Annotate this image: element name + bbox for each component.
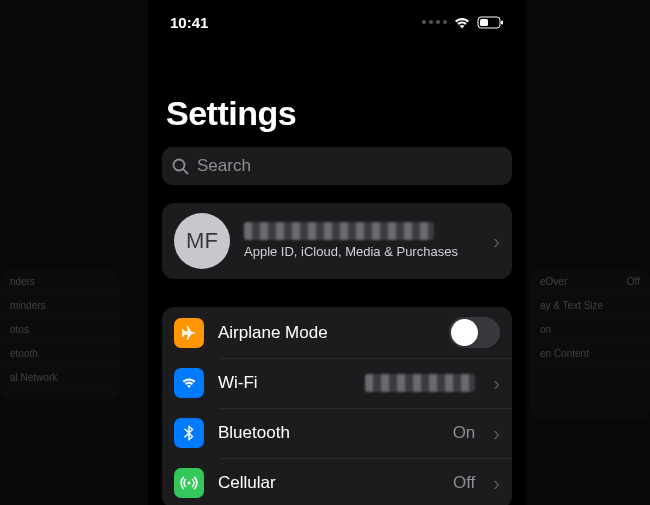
cellular-icon xyxy=(174,468,204,498)
row-airplane-mode[interactable]: Airplane Mode xyxy=(162,307,512,358)
profile-subtitle: Apple ID, iCloud, Media & Purchases xyxy=(244,244,475,260)
svg-point-5 xyxy=(187,481,190,484)
airplane-toggle[interactable] xyxy=(449,317,500,348)
status-time: 10:41 xyxy=(170,14,208,31)
wifi-value-redacted xyxy=(365,374,475,392)
search-field[interactable] xyxy=(162,147,512,185)
search-input[interactable] xyxy=(197,156,502,176)
chevron-right-icon: › xyxy=(493,472,500,495)
wifi-status-icon xyxy=(453,16,471,29)
settings-list: Airplane Mode Wi-Fi › Bluetooth xyxy=(162,307,512,505)
svg-rect-2 xyxy=(501,20,503,24)
avatar: MF xyxy=(174,213,230,269)
row-label: Airplane Mode xyxy=(218,323,328,343)
row-value: Off xyxy=(453,473,475,493)
wifi-icon xyxy=(174,368,204,398)
battery-status-icon xyxy=(477,16,504,29)
chevron-right-icon: › xyxy=(493,422,500,445)
svg-line-4 xyxy=(183,169,187,173)
page-title: Settings xyxy=(166,94,512,133)
bluetooth-icon xyxy=(174,418,204,448)
status-bar: 10:41 xyxy=(162,0,512,44)
cellular-dots-icon xyxy=(422,20,447,24)
row-value: On xyxy=(453,423,476,443)
row-label: Cellular xyxy=(218,473,276,493)
row-bluetooth[interactable]: Bluetooth On › xyxy=(162,408,512,458)
chevron-right-icon: › xyxy=(493,230,500,253)
apple-id-card[interactable]: MF Apple ID, iCloud, Media & Purchases › xyxy=(162,203,512,279)
svg-rect-1 xyxy=(480,19,488,26)
chevron-right-icon: › xyxy=(493,372,500,395)
row-wifi[interactable]: Wi-Fi › xyxy=(162,358,512,408)
row-label: Wi-Fi xyxy=(218,373,258,393)
phone-frame: 10:41 Settings MF xyxy=(148,0,526,505)
profile-name-redacted xyxy=(244,222,434,240)
row-cellular[interactable]: Cellular Off › xyxy=(162,458,512,505)
row-label: Bluetooth xyxy=(218,423,290,443)
search-icon xyxy=(172,158,189,175)
airplane-icon xyxy=(174,318,204,348)
